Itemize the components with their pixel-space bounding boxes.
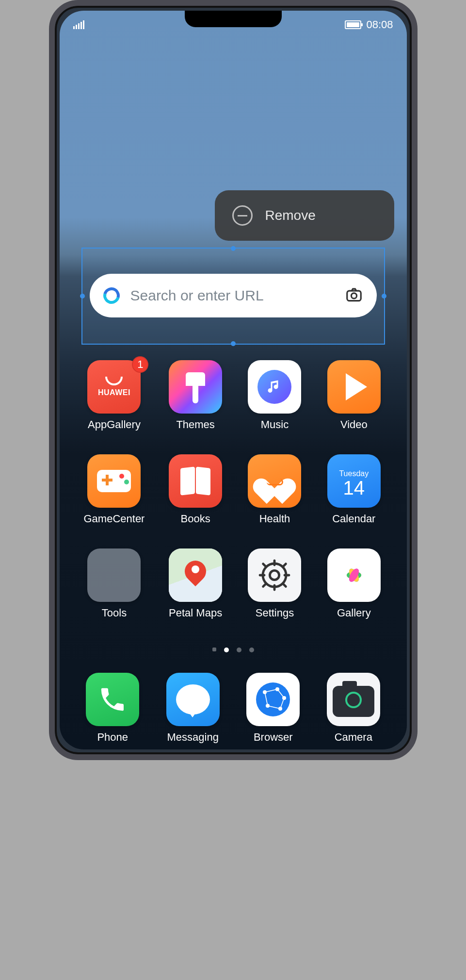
calendar-icon: Tuesday 14 <box>327 454 381 508</box>
music-icon <box>248 360 301 414</box>
svg-point-2 <box>270 570 279 580</box>
camera-scan-icon[interactable] <box>345 285 363 306</box>
app-label: Browser <box>254 731 293 744</box>
app-grid: HUAWEI 1 AppGallery Themes Music <box>84 360 383 619</box>
remove-icon <box>232 205 253 226</box>
signal-icon <box>73 20 84 29</box>
clock-text: 08:08 <box>366 18 393 31</box>
messaging-icon <box>166 673 220 726</box>
app-label: GameCenter <box>84 513 145 525</box>
books-icon <box>169 454 222 508</box>
dock-messaging[interactable]: Messaging <box>164 673 222 744</box>
search-placeholder: Search or enter URL <box>130 287 334 304</box>
resize-handle-bottom[interactable] <box>231 341 236 346</box>
phone-frame: 08:08 Remove Search or enter URL <box>49 0 418 760</box>
app-gallery[interactable]: Gallery <box>325 548 382 619</box>
app-appgallery[interactable]: HUAWEI 1 AppGallery <box>84 360 145 431</box>
svg-point-3 <box>263 564 286 587</box>
app-label: Calendar <box>332 513 375 525</box>
app-label: AppGallery <box>88 418 141 431</box>
gallery-icon <box>327 548 381 602</box>
battery-icon <box>345 20 361 29</box>
app-label: Health <box>259 513 290 525</box>
camera-icon <box>327 673 380 726</box>
dock-phone[interactable]: Phone <box>84 673 142 744</box>
app-health[interactable]: Health <box>246 454 303 525</box>
app-label: Settings <box>256 607 294 619</box>
phone-icon <box>86 673 139 726</box>
search-widget[interactable]: Search or enter URL <box>90 274 377 317</box>
display-notch <box>185 11 282 27</box>
page-dot <box>212 648 216 651</box>
browser-logo-icon <box>100 284 122 307</box>
settings-icon <box>248 548 301 602</box>
widget-context-menu: Remove <box>215 190 394 241</box>
resize-handle-left[interactable] <box>80 294 85 299</box>
notification-badge: 1 <box>132 356 148 373</box>
app-video[interactable]: Video <box>325 360 382 431</box>
dock-camera[interactable]: Camera <box>324 673 383 744</box>
resize-handle-right[interactable] <box>382 294 386 299</box>
browser-icon <box>246 673 300 726</box>
dock-browser[interactable]: Browser <box>244 673 303 744</box>
dock: Phone Messaging Browser <box>84 673 383 744</box>
remove-button[interactable]: Remove <box>265 208 316 223</box>
svg-rect-0 <box>347 291 361 301</box>
app-tools-folder[interactable]: Tools <box>84 548 145 619</box>
app-label: Tools <box>102 607 127 619</box>
home-screen[interactable]: 08:08 Remove Search or enter URL <box>60 11 407 749</box>
app-label: Video <box>340 418 368 431</box>
app-music[interactable]: Music <box>246 360 303 431</box>
app-label: Camera <box>335 731 372 744</box>
search-widget-selection[interactable]: Search or enter URL <box>81 248 385 345</box>
petal-maps-icon <box>169 548 222 602</box>
health-icon <box>248 454 301 508</box>
app-calendar[interactable]: Tuesday 14 Calendar <box>325 454 382 525</box>
page-dot <box>237 648 241 652</box>
app-themes[interactable]: Themes <box>167 360 224 431</box>
tools-folder-icon <box>87 548 141 602</box>
app-settings[interactable]: Settings <box>246 548 303 619</box>
app-books[interactable]: Books <box>167 454 224 525</box>
gamecenter-icon <box>87 454 141 508</box>
app-label: Gallery <box>337 607 371 619</box>
video-icon <box>327 360 381 414</box>
svg-point-1 <box>351 293 356 299</box>
calendar-daynum: 14 <box>343 478 365 498</box>
app-label: Books <box>181 513 210 525</box>
page-dot-active <box>224 648 229 652</box>
themes-icon <box>169 360 222 414</box>
page-indicator[interactable] <box>60 648 407 652</box>
appgallery-brand-text: HUAWEI <box>98 388 130 397</box>
app-petal-maps[interactable]: Petal Maps <box>167 548 224 619</box>
app-label: Phone <box>97 731 128 744</box>
app-gamecenter[interactable]: GameCenter <box>84 454 145 525</box>
resize-handle-top[interactable] <box>231 246 236 251</box>
page-dot <box>249 648 254 652</box>
app-label: Themes <box>176 418 214 431</box>
app-label: Messaging <box>167 731 219 744</box>
app-label: Petal Maps <box>169 607 222 619</box>
app-label: Music <box>261 418 289 431</box>
